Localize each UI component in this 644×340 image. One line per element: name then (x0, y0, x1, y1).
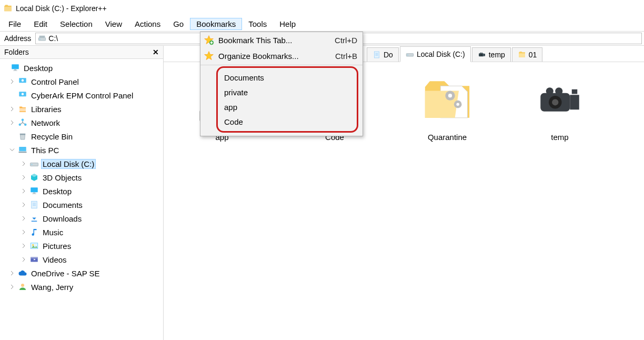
tree-node-label: CyberArk EPM Control Panel (29, 91, 135, 101)
tree-node[interactable]: Videos (1, 253, 162, 266)
tree-node-label: Local Disk (C:) (41, 159, 96, 169)
svg-point-10 (456, 103, 459, 106)
tree-node-label: Music (41, 227, 65, 237)
sidebar-close-button[interactable]: ✕ (153, 48, 159, 56)
tree-node[interactable]: CyberArk EPM Control Panel (1, 88, 162, 102)
star-icon (204, 51, 214, 61)
expander-right-icon[interactable] (20, 214, 27, 223)
monitor-icon (11, 63, 20, 73)
svg-point-16 (555, 87, 562, 95)
sidebar-header: Folders ✕ (0, 46, 163, 59)
tree-node[interactable]: Libraries (1, 102, 162, 116)
user-icon (18, 282, 27, 292)
menu-go[interactable]: Go (167, 18, 190, 30)
doc-icon (373, 51, 381, 59)
expander-down-icon[interactable] (8, 146, 16, 155)
menu-item[interactable]: Bookmark This Tab...Ctrl+D (200, 32, 363, 48)
folder-tree[interactable]: DesktopControl PanelCyberArk EPM Control… (0, 59, 163, 340)
tab-label: Do (384, 51, 393, 59)
bookmark-item[interactable]: private (218, 85, 357, 99)
expander-right-icon[interactable] (8, 283, 16, 292)
tree-node[interactable]: Wang, Jerry (1, 280, 162, 294)
expander-right-icon[interactable] (8, 269, 16, 278)
tree-node-label: OneDrive - SAP SE (29, 268, 102, 278)
bookmark-item[interactable]: app (218, 99, 357, 114)
tree-node[interactable]: Desktop (1, 61, 162, 75)
tab-label: temp (489, 51, 505, 59)
star-add-icon (204, 35, 214, 45)
cam-icon (478, 51, 486, 59)
cloud-icon (18, 268, 27, 278)
cpanel-icon (18, 77, 27, 86)
tab[interactable]: Do (367, 47, 399, 62)
bookmark-item[interactable]: Code (218, 114, 357, 129)
expander-right-icon[interactable] (8, 77, 16, 86)
address-path: C:\ (48, 34, 58, 43)
expander-right-icon[interactable] (20, 228, 27, 237)
expander-right-icon[interactable] (20, 201, 27, 209)
svg-point-15 (546, 87, 554, 95)
menu-item-accel: Ctrl+D (335, 36, 357, 45)
tree-node[interactable]: OneDrive - SAP SE (1, 266, 162, 280)
drive-icon (406, 50, 414, 58)
file-name: temp (551, 133, 568, 142)
menu-actions[interactable]: Actions (128, 18, 167, 30)
menu-view[interactable]: View (99, 18, 128, 30)
menu-help[interactable]: Help (273, 18, 302, 30)
menu-item-label: Bookmark This Tab... (218, 36, 335, 45)
tree-node[interactable]: This PC (1, 143, 162, 157)
file-item[interactable]: temp (510, 71, 610, 142)
tree-node[interactable]: Local Disk (C:) (1, 157, 162, 171)
menu-file[interactable]: File (2, 18, 27, 30)
menu-tools[interactable]: Tools (242, 18, 273, 30)
svg-point-13 (552, 99, 558, 105)
expander-right-icon[interactable] (20, 242, 27, 251)
tree-node-label: 3D Objects (41, 173, 83, 183)
tab[interactable]: temp (472, 47, 511, 62)
tree-node-label: Videos (41, 255, 68, 265)
menu-edit[interactable]: Edit (27, 18, 54, 30)
tree-node-label: Control Panel (29, 77, 80, 87)
expander-right-icon[interactable] (8, 118, 16, 127)
expander-right-icon[interactable] (8, 105, 16, 114)
tab[interactable]: 01 (512, 47, 543, 62)
menu-bookmarks[interactable]: Bookmarks (190, 18, 242, 30)
tree-node[interactable]: Recycle Bin (1, 129, 162, 143)
tab-label: 01 (529, 51, 537, 59)
tree-node[interactable]: 3D Objects (1, 171, 162, 184)
folders-sidebar: Folders ✕ DesktopControl PanelCyberArk E… (0, 46, 164, 340)
menu-item-accel: Ctrl+B (335, 52, 357, 61)
menu-item[interactable]: Organize Bookmarks...Ctrl+B (200, 48, 363, 64)
tree-node-label: Libraries (29, 104, 63, 114)
tree-node[interactable]: Music (1, 225, 162, 239)
network-icon (18, 118, 27, 127)
folder-icon (3, 4, 13, 13)
bookmark-item[interactable]: Documents (218, 70, 357, 85)
tree-node[interactable]: Pictures (1, 239, 162, 253)
folder-gear-icon (418, 71, 476, 128)
camera-icon (531, 71, 589, 128)
expander-right-icon[interactable] (20, 159, 27, 168)
menu-selection[interactable]: Selection (54, 18, 99, 30)
menu-item-label: Organize Bookmarks... (218, 52, 335, 61)
tree-node[interactable]: Network (1, 116, 162, 129)
folder-icon (518, 51, 526, 59)
expander-right-icon[interactable] (20, 187, 27, 196)
tree-node[interactable]: Documents (1, 198, 162, 212)
file-item[interactable]: Quarantine (397, 71, 497, 142)
expander-right-icon[interactable] (20, 255, 27, 264)
monitor-icon (29, 186, 39, 196)
address-label: Address (0, 34, 35, 43)
expander-right-icon[interactable] (20, 173, 27, 182)
title-bar: Local Disk (C:) - Explorer++ (0, 0, 644, 17)
tree-node[interactable]: Desktop (1, 184, 162, 198)
tab[interactable]: Local Disk (C:) (400, 46, 471, 62)
recycle-icon (18, 132, 27, 141)
bookmarks-menu: Bookmark This Tab...Ctrl+DOrganize Bookm… (200, 32, 363, 136)
sidebar-title: Folders (4, 48, 29, 56)
tree-node[interactable]: Control Panel (1, 75, 162, 88)
bookmarks-highlight: DocumentsprivateappCode (216, 66, 358, 133)
tree-node-label: Downloads (41, 214, 83, 224)
cpanel-icon (18, 91, 27, 100)
tree-node[interactable]: Downloads (1, 212, 162, 225)
